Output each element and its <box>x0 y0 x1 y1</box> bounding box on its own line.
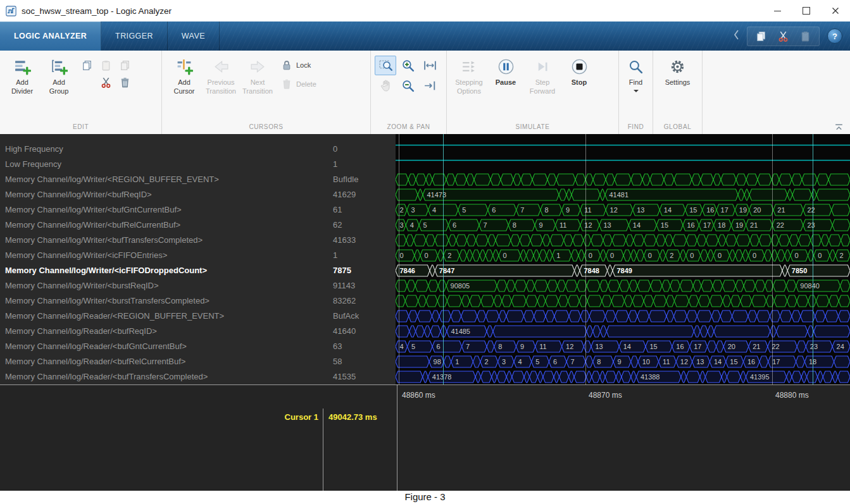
signal-row[interactable]: Memory Channel/log/Writer/<burstTransfer… <box>0 293 850 309</box>
signal-row[interactable]: Memory Channel/log/Reader/<bufReqID>4164… <box>0 324 850 339</box>
cut-button[interactable] <box>777 30 789 42</box>
svg-text:6: 6 <box>453 221 456 229</box>
step-forward-button[interactable]: Step Forward <box>524 56 561 98</box>
collapse-toolstrip-button[interactable] <box>834 123 844 132</box>
svg-text:1: 1 <box>455 358 459 366</box>
signal-name[interactable]: Low Frequency <box>0 157 323 172</box>
signal-cursor-value: 41535 <box>323 369 396 384</box>
close-button[interactable] <box>821 0 850 22</box>
lock-cursor-button[interactable]: Lock <box>281 59 316 71</box>
add-cursor-button[interactable]: Add Cursor <box>166 56 203 98</box>
zoom-fit-button[interactable] <box>375 56 396 75</box>
zoom-in-button[interactable] <box>397 56 418 75</box>
signal-name[interactable]: Memory Channel/log/Writer/<icFIFOEntries… <box>0 248 323 263</box>
signal-name[interactable]: Memory Channel/log/Reader/<bufGntCurrent… <box>0 339 323 354</box>
signal-waveform[interactable]: 78467847784878497850 <box>396 263 850 278</box>
signal-row[interactable]: Memory Channel/log/Writer/<icFIFODropped… <box>0 263 850 278</box>
tab-wave[interactable]: WAVE <box>168 22 220 51</box>
signal-waveform[interactable]: 234567891112131415161719202122 <box>396 202 850 218</box>
signal-waveform[interactable]: 3456789111213141516171819212223 <box>396 218 850 233</box>
signal-waveform[interactable]: 41485 <box>396 324 850 339</box>
add-divider-button[interactable]: Add Divider <box>4 56 41 98</box>
signal-row[interactable]: Memory Channel/log/Reader/<bufGntCurrent… <box>0 339 850 354</box>
signal-name[interactable]: Memory Channel/log/Reader/<bufRelCurrent… <box>0 354 323 369</box>
signal-row[interactable]: Memory Channel/log/Reader/<bufRelCurrent… <box>0 354 850 369</box>
signal-name[interactable]: Memory Channel/log/Writer/<REGION_BUFFER… <box>0 172 323 187</box>
signal-name[interactable]: Memory Channel/log/Writer/<bufGntCurrent… <box>0 202 323 218</box>
delete-cursor-button[interactable]: Delete <box>281 78 316 90</box>
signal-waveform[interactable]: 98123456789101112131415161718 <box>396 354 850 369</box>
copy-button[interactable] <box>755 30 767 42</box>
signal-waveform[interactable] <box>396 157 850 172</box>
title-bar[interactable]: soc_hwsw_stream_top - Logic Analyzer <box>0 0 850 22</box>
signal-row[interactable]: Memory Channel/log/Writer/<burstReqID>91… <box>0 278 850 293</box>
cut-signal-button[interactable] <box>96 74 115 91</box>
signal-waveform[interactable] <box>396 142 850 157</box>
signal-name[interactable]: Memory Channel/log/Reader/<bufTransfersC… <box>0 369 323 384</box>
signal-cursor-value: 41633 <box>323 233 396 248</box>
add-group-button[interactable]: Add Group <box>41 56 77 98</box>
signal-waveform[interactable]: 9080590840 <box>396 278 850 293</box>
stepping-options-button[interactable]: Stepping Options <box>451 56 487 98</box>
signal-row[interactable]: Memory Channel/log/Writer/<bufRelCurrent… <box>0 218 850 233</box>
help-button[interactable]: ? <box>827 28 842 44</box>
duplicate-signal-button[interactable] <box>115 57 134 74</box>
svg-text:21: 21 <box>753 343 760 350</box>
zoom-out-button[interactable] <box>397 76 418 95</box>
minimize-button[interactable] <box>763 0 792 22</box>
tab-trigger[interactable]: TRIGGER <box>101 22 168 51</box>
signal-waveform[interactable] <box>396 233 850 248</box>
signal-name[interactable]: Memory Channel/log/Writer/<burstTransfer… <box>0 293 323 309</box>
copy-signal-button[interactable] <box>77 57 96 74</box>
previous-transition-button[interactable]: Previous Transition <box>203 56 239 98</box>
signal-name[interactable]: Memory Channel/log/Reader/<REGION_BUFFER… <box>0 309 323 324</box>
maximize-button[interactable] <box>792 0 821 22</box>
delete-signal-button[interactable] <box>115 74 134 91</box>
signal-waveform[interactable]: 4147341481 <box>396 187 850 202</box>
paste-icon <box>100 59 112 71</box>
signal-row[interactable]: Memory Channel/log/Reader/<REGION_BUFFER… <box>0 309 850 324</box>
tab-logic-analyzer[interactable]: LOGIC ANALYZER <box>0 22 101 51</box>
svg-text:8: 8 <box>597 358 601 366</box>
signal-waveform[interactable] <box>396 172 850 187</box>
stop-button[interactable]: Stop <box>561 56 597 89</box>
signal-name[interactable]: Memory Channel/log/Writer/<icFIFODropped… <box>0 263 323 278</box>
pan-button[interactable] <box>375 76 396 95</box>
signal-name[interactable]: Memory Channel/log/Writer/<bufReqID> <box>0 187 323 202</box>
signal-waveform[interactable] <box>396 293 850 309</box>
signal-row[interactable]: Memory Channel/log/Writer/<bufTransfersC… <box>0 233 850 248</box>
pause-button[interactable]: Pause <box>487 56 524 89</box>
signal-row[interactable]: Memory Channel/log/Writer/<bufReqID>4162… <box>0 187 850 202</box>
paste-button[interactable] <box>799 30 811 42</box>
svg-text:8: 8 <box>544 206 548 214</box>
signal-row[interactable]: High Frequency0 <box>0 142 850 157</box>
svg-text:5: 5 <box>423 221 427 229</box>
close-icon <box>832 7 839 15</box>
signal-row[interactable]: Low Frequency1 <box>0 157 850 172</box>
signal-waveform[interactable]: 002010002000002 <box>396 248 850 263</box>
signal-name[interactable]: Memory Channel/log/Writer/<bufRelCurrent… <box>0 218 323 233</box>
signal-name[interactable]: Memory Channel/log/Reader/<bufReqID> <box>0 324 323 339</box>
svg-text:14: 14 <box>664 206 672 214</box>
tab-label: TRIGGER <box>115 32 153 40</box>
signal-row[interactable]: Memory Channel/log/Writer/<bufGntCurrent… <box>0 202 850 218</box>
find-button[interactable]: Find <box>618 56 654 95</box>
svg-text:11: 11 <box>539 343 546 350</box>
signal-name[interactable]: Memory Channel/log/Writer/<burstReqID> <box>0 278 323 293</box>
signal-waveform[interactable]: 413784138841395 <box>396 369 850 384</box>
signal-waveform[interactable]: 456789111213141516172021222324 <box>396 339 850 354</box>
fit-to-view-button[interactable] <box>419 56 441 75</box>
signal-name[interactable]: High Frequency <box>0 142 323 157</box>
signal-waveform[interactable] <box>396 309 850 324</box>
signal-row[interactable]: Memory Channel/log/Writer/<icFIFOEntries… <box>0 248 850 263</box>
settings-button[interactable]: Settings <box>659 56 696 89</box>
paste-signal-button[interactable] <box>96 57 115 74</box>
signal-name[interactable]: Memory Channel/log/Writer/<bufTransfersC… <box>0 233 323 248</box>
next-transition-button[interactable]: Next Transition <box>239 56 276 98</box>
section-label-global: GLOBAL <box>653 121 702 134</box>
pan-right-button[interactable] <box>419 76 441 95</box>
cursor-name[interactable]: Cursor 1 <box>0 412 318 422</box>
signal-row[interactable]: Memory Channel/log/Reader/<bufTransfersC… <box>0 369 850 384</box>
signal-row[interactable]: Memory Channel/log/Writer/<REGION_BUFFER… <box>0 172 850 187</box>
arrow-to-edge-icon <box>423 78 437 93</box>
